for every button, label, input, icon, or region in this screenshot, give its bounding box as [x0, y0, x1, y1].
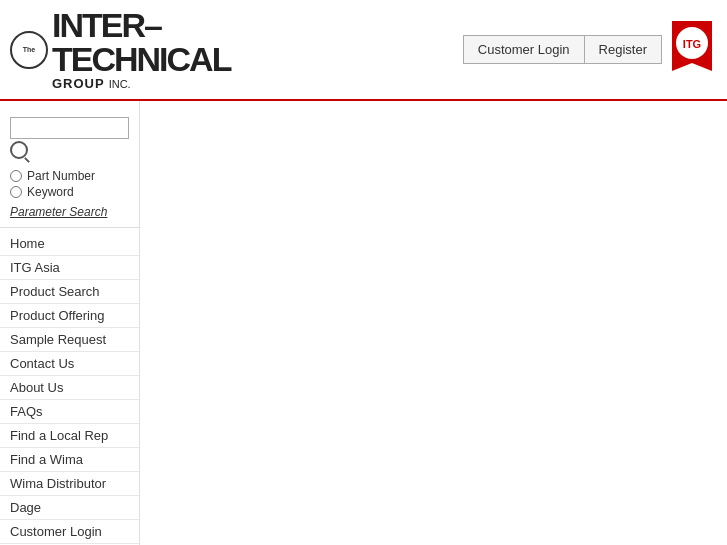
nav-item-dage[interactable]: Dage: [0, 496, 139, 520]
search-area: [0, 109, 139, 165]
svg-text:ITG: ITG: [683, 38, 701, 50]
logo-inter: INTER: [52, 8, 144, 42]
main-layout: Part Number Keyword Parameter Search Hom…: [0, 101, 727, 545]
itg-logo-badge: ITG: [667, 21, 717, 79]
nav-item-wima-distributor[interactable]: Wima Distributor: [0, 472, 139, 496]
radio-keyword-label[interactable]: Keyword: [10, 185, 129, 199]
nav-item-contact-us[interactable]: Contact Us: [0, 352, 139, 376]
radio-part-number-label[interactable]: Part Number: [10, 169, 129, 183]
nav-item-find-wima[interactable]: Find a Wima: [0, 448, 139, 472]
content-area: [140, 101, 727, 545]
nav-item-sample-request[interactable]: Sample Request: [0, 328, 139, 352]
nav-item-faqs[interactable]: FAQs: [0, 400, 139, 424]
logo-text-block: INTER – TECHNICAL GROUP INC.: [52, 8, 230, 91]
radio-keyword-text: Keyword: [27, 185, 74, 199]
sidebar: Part Number Keyword Parameter Search Hom…: [0, 101, 140, 545]
search-input[interactable]: [10, 117, 129, 139]
radio-part-number-text: Part Number: [27, 169, 95, 183]
nav-item-customer-login[interactable]: Customer Login: [0, 520, 139, 544]
logo-dash: –: [144, 8, 163, 42]
nav-item-find-local-rep[interactable]: Find a Local Rep: [0, 424, 139, 448]
search-button[interactable]: [10, 139, 28, 161]
logo-the-text: The: [23, 46, 35, 53]
logo-group: GROUP: [52, 76, 105, 91]
radio-group: Part Number Keyword: [0, 165, 139, 203]
parameter-search-link[interactable]: Parameter Search: [0, 203, 139, 221]
itg-logo-icon: ITG: [667, 21, 717, 79]
header-right: Customer Login Register ITG: [463, 21, 717, 79]
register-button[interactable]: Register: [584, 35, 662, 64]
nav-item-product-offering[interactable]: Product Offering: [0, 304, 139, 328]
logo-inc: INC.: [109, 78, 131, 90]
header: The INTER – TECHNICAL GROUP INC. Custome…: [0, 0, 727, 101]
nav-divider: [0, 227, 139, 228]
logo-area: The INTER – TECHNICAL GROUP INC.: [10, 8, 230, 91]
logo-technical: TECHNICAL: [52, 42, 230, 76]
nav-item-itg-asia[interactable]: ITG Asia: [0, 256, 139, 280]
search-icon: [10, 141, 28, 159]
nav-item-home[interactable]: Home: [0, 232, 139, 256]
nav-item-product-search[interactable]: Product Search: [0, 280, 139, 304]
logo-circle-icon: The: [10, 31, 48, 69]
customer-login-button[interactable]: Customer Login: [463, 35, 584, 64]
radio-part-number[interactable]: [10, 170, 22, 182]
radio-keyword[interactable]: [10, 186, 22, 198]
nav-item-about-us[interactable]: About Us: [0, 376, 139, 400]
